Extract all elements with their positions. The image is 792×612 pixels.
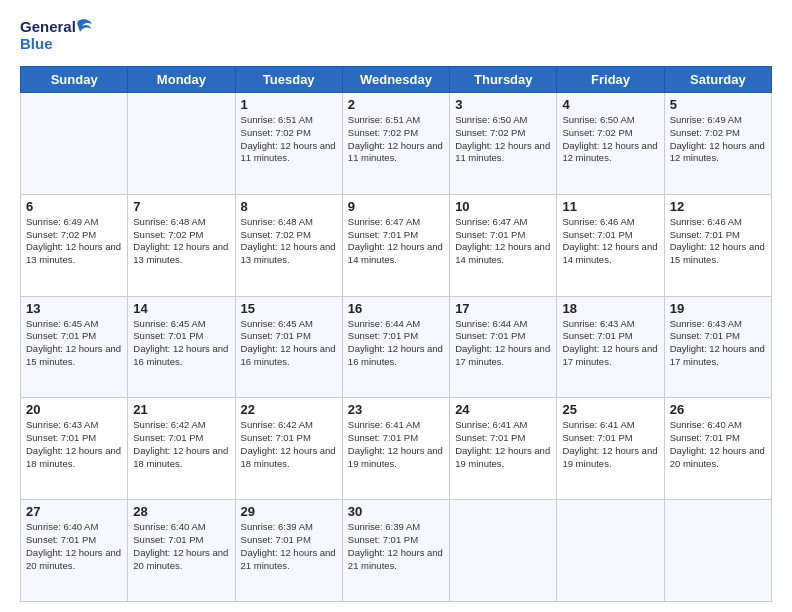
calendar-cell: 4Sunrise: 6:50 AM Sunset: 7:02 PM Daylig… [557,93,664,195]
day-info: Sunrise: 6:51 AM Sunset: 7:02 PM Dayligh… [241,114,337,165]
day-number: 9 [348,199,444,214]
calendar-cell: 3Sunrise: 6:50 AM Sunset: 7:02 PM Daylig… [450,93,557,195]
calendar-cell: 9Sunrise: 6:47 AM Sunset: 7:01 PM Daylig… [342,194,449,296]
logo-svg: GeneralBlue [20,16,100,56]
calendar-cell: 7Sunrise: 6:48 AM Sunset: 7:02 PM Daylig… [128,194,235,296]
day-number: 18 [562,301,658,316]
day-number: 4 [562,97,658,112]
day-info: Sunrise: 6:40 AM Sunset: 7:01 PM Dayligh… [26,521,122,572]
day-number: 5 [670,97,766,112]
day-number: 13 [26,301,122,316]
calendar-cell [557,500,664,602]
day-info: Sunrise: 6:50 AM Sunset: 7:02 PM Dayligh… [562,114,658,165]
day-info: Sunrise: 6:47 AM Sunset: 7:01 PM Dayligh… [455,216,551,267]
calendar-cell: 21Sunrise: 6:42 AM Sunset: 7:01 PM Dayli… [128,398,235,500]
header-day-tuesday: Tuesday [235,67,342,93]
day-number: 15 [241,301,337,316]
day-info: Sunrise: 6:41 AM Sunset: 7:01 PM Dayligh… [455,419,551,470]
day-info: Sunrise: 6:49 AM Sunset: 7:02 PM Dayligh… [670,114,766,165]
calendar-cell: 24Sunrise: 6:41 AM Sunset: 7:01 PM Dayli… [450,398,557,500]
day-number: 30 [348,504,444,519]
day-info: Sunrise: 6:49 AM Sunset: 7:02 PM Dayligh… [26,216,122,267]
day-number: 26 [670,402,766,417]
day-number: 29 [241,504,337,519]
day-info: Sunrise: 6:43 AM Sunset: 7:01 PM Dayligh… [670,318,766,369]
calendar-cell: 27Sunrise: 6:40 AM Sunset: 7:01 PM Dayli… [21,500,128,602]
calendar-cell [21,93,128,195]
day-info: Sunrise: 6:45 AM Sunset: 7:01 PM Dayligh… [133,318,229,369]
day-number: 7 [133,199,229,214]
calendar-table: SundayMondayTuesdayWednesdayThursdayFrid… [20,66,772,602]
header-day-friday: Friday [557,67,664,93]
header-day-wednesday: Wednesday [342,67,449,93]
page: GeneralBlue SundayMondayTuesdayWednesday… [0,0,792,612]
calendar-cell: 11Sunrise: 6:46 AM Sunset: 7:01 PM Dayli… [557,194,664,296]
day-number: 12 [670,199,766,214]
day-number: 23 [348,402,444,417]
calendar-cell: 19Sunrise: 6:43 AM Sunset: 7:01 PM Dayli… [664,296,771,398]
day-info: Sunrise: 6:42 AM Sunset: 7:01 PM Dayligh… [133,419,229,470]
day-info: Sunrise: 6:45 AM Sunset: 7:01 PM Dayligh… [26,318,122,369]
calendar-cell: 20Sunrise: 6:43 AM Sunset: 7:01 PM Dayli… [21,398,128,500]
calendar-week-4: 20Sunrise: 6:43 AM Sunset: 7:01 PM Dayli… [21,398,772,500]
day-number: 2 [348,97,444,112]
day-number: 20 [26,402,122,417]
calendar-cell: 30Sunrise: 6:39 AM Sunset: 7:01 PM Dayli… [342,500,449,602]
day-number: 8 [241,199,337,214]
calendar-week-3: 13Sunrise: 6:45 AM Sunset: 7:01 PM Dayli… [21,296,772,398]
calendar-cell: 14Sunrise: 6:45 AM Sunset: 7:01 PM Dayli… [128,296,235,398]
day-info: Sunrise: 6:41 AM Sunset: 7:01 PM Dayligh… [562,419,658,470]
day-number: 16 [348,301,444,316]
calendar-cell: 22Sunrise: 6:42 AM Sunset: 7:01 PM Dayli… [235,398,342,500]
calendar-cell: 1Sunrise: 6:51 AM Sunset: 7:02 PM Daylig… [235,93,342,195]
day-info: Sunrise: 6:40 AM Sunset: 7:01 PM Dayligh… [133,521,229,572]
calendar-cell: 28Sunrise: 6:40 AM Sunset: 7:01 PM Dayli… [128,500,235,602]
calendar-cell [450,500,557,602]
day-info: Sunrise: 6:50 AM Sunset: 7:02 PM Dayligh… [455,114,551,165]
day-number: 22 [241,402,337,417]
logo: GeneralBlue [20,16,100,56]
day-info: Sunrise: 6:44 AM Sunset: 7:01 PM Dayligh… [348,318,444,369]
day-number: 28 [133,504,229,519]
calendar-cell: 10Sunrise: 6:47 AM Sunset: 7:01 PM Dayli… [450,194,557,296]
day-info: Sunrise: 6:41 AM Sunset: 7:01 PM Dayligh… [348,419,444,470]
calendar-cell: 6Sunrise: 6:49 AM Sunset: 7:02 PM Daylig… [21,194,128,296]
day-info: Sunrise: 6:39 AM Sunset: 7:01 PM Dayligh… [241,521,337,572]
day-number: 17 [455,301,551,316]
calendar-cell: 29Sunrise: 6:39 AM Sunset: 7:01 PM Dayli… [235,500,342,602]
day-number: 6 [26,199,122,214]
svg-text:General: General [20,18,76,35]
calendar-cell: 2Sunrise: 6:51 AM Sunset: 7:02 PM Daylig… [342,93,449,195]
calendar-week-1: 1Sunrise: 6:51 AM Sunset: 7:02 PM Daylig… [21,93,772,195]
day-info: Sunrise: 6:40 AM Sunset: 7:01 PM Dayligh… [670,419,766,470]
calendar-cell: 25Sunrise: 6:41 AM Sunset: 7:01 PM Dayli… [557,398,664,500]
day-info: Sunrise: 6:46 AM Sunset: 7:01 PM Dayligh… [670,216,766,267]
calendar-cell: 23Sunrise: 6:41 AM Sunset: 7:01 PM Dayli… [342,398,449,500]
calendar-cell [128,93,235,195]
day-number: 14 [133,301,229,316]
calendar-cell: 12Sunrise: 6:46 AM Sunset: 7:01 PM Dayli… [664,194,771,296]
calendar-cell: 16Sunrise: 6:44 AM Sunset: 7:01 PM Dayli… [342,296,449,398]
day-number: 27 [26,504,122,519]
day-info: Sunrise: 6:43 AM Sunset: 7:01 PM Dayligh… [562,318,658,369]
day-info: Sunrise: 6:45 AM Sunset: 7:01 PM Dayligh… [241,318,337,369]
calendar-cell [664,500,771,602]
day-number: 1 [241,97,337,112]
day-info: Sunrise: 6:48 AM Sunset: 7:02 PM Dayligh… [133,216,229,267]
header-day-thursday: Thursday [450,67,557,93]
calendar-cell: 15Sunrise: 6:45 AM Sunset: 7:01 PM Dayli… [235,296,342,398]
day-info: Sunrise: 6:43 AM Sunset: 7:01 PM Dayligh… [26,419,122,470]
calendar-cell: 8Sunrise: 6:48 AM Sunset: 7:02 PM Daylig… [235,194,342,296]
header-day-sunday: Sunday [21,67,128,93]
day-info: Sunrise: 6:51 AM Sunset: 7:02 PM Dayligh… [348,114,444,165]
day-number: 11 [562,199,658,214]
header-day-saturday: Saturday [664,67,771,93]
day-number: 10 [455,199,551,214]
day-info: Sunrise: 6:44 AM Sunset: 7:01 PM Dayligh… [455,318,551,369]
day-info: Sunrise: 6:48 AM Sunset: 7:02 PM Dayligh… [241,216,337,267]
top-header: GeneralBlue [20,16,772,56]
day-info: Sunrise: 6:47 AM Sunset: 7:01 PM Dayligh… [348,216,444,267]
day-number: 24 [455,402,551,417]
calendar-cell: 13Sunrise: 6:45 AM Sunset: 7:01 PM Dayli… [21,296,128,398]
calendar-week-5: 27Sunrise: 6:40 AM Sunset: 7:01 PM Dayli… [21,500,772,602]
